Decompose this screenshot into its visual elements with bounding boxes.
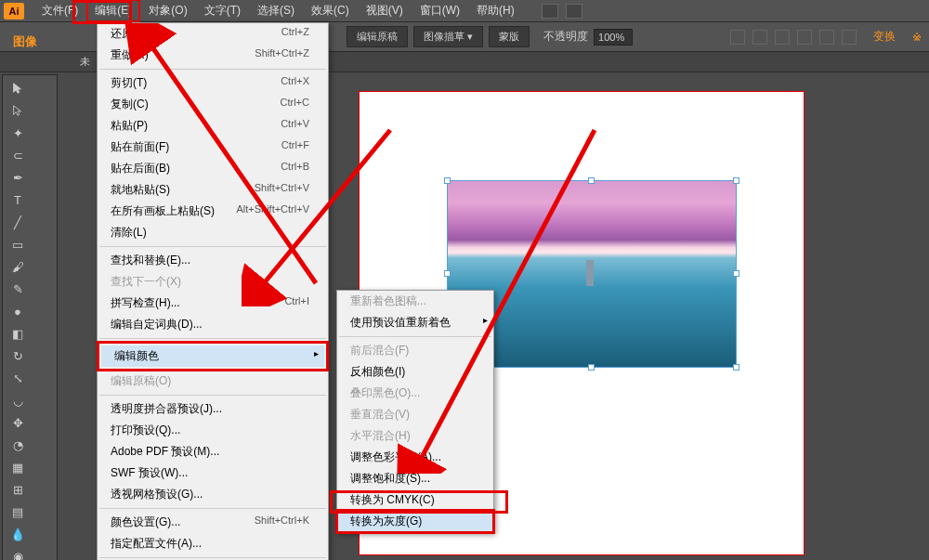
gradient-tool[interactable]: ▤ <box>6 501 30 522</box>
lasso-tool[interactable]: ⊂ <box>6 145 30 165</box>
resize-handle[interactable] <box>588 177 595 184</box>
toolbar-icon[interactable] <box>542 4 558 19</box>
type-tool[interactable]: T <box>6 189 30 210</box>
blob-tool[interactable]: ● <box>6 301 30 321</box>
submenu-item: 水平混合(H) <box>337 425 493 447</box>
menu-item[interactable]: 拼写检查(H)...Ctrl+I <box>98 293 328 314</box>
opacity-input[interactable] <box>594 29 633 46</box>
menu-item[interactable]: 透明度拼合器预设(J)... <box>98 398 328 420</box>
menu-help[interactable]: 帮助(H) <box>468 0 523 22</box>
menu-object[interactable]: 对象(O) <box>140 0 195 22</box>
menu-file[interactable]: 文件(F) <box>33 0 86 22</box>
pen-tool[interactable]: ✒ <box>6 167 30 188</box>
menu-view[interactable]: 视图(V) <box>358 0 412 22</box>
menu-item[interactable]: 贴在后面(B)Ctrl+B <box>98 158 328 179</box>
submenu-item: 垂直混合(V) <box>337 404 493 425</box>
direct-selection-tool[interactable] <box>6 100 30 121</box>
perspective-tool[interactable]: ▦ <box>6 457 30 477</box>
edit-original-button[interactable]: 编辑原稿 <box>347 26 408 47</box>
menu-item: 查找下一个(X) <box>98 271 328 293</box>
mask-button[interactable]: 蒙版 <box>489 26 530 47</box>
image-trace-button[interactable]: 图像描草 ▾ <box>413 26 483 47</box>
image-label: 图像 <box>13 33 37 50</box>
menu-item: 编辑原稿(O) <box>98 371 328 392</box>
menu-edit[interactable]: 编辑(E) <box>86 0 140 22</box>
resize-handle[interactable] <box>733 177 739 184</box>
resize-handle[interactable] <box>444 177 451 184</box>
submenu-item[interactable]: 转换为灰度(G) <box>337 511 493 532</box>
align-icon[interactable] <box>752 30 767 45</box>
brush-tool[interactable]: 🖌 <box>6 256 30 277</box>
menu-item[interactable]: 贴在前面(F)Ctrl+F <box>98 137 328 158</box>
submenu-item[interactable]: 使用预设值重新着色 <box>337 312 493 333</box>
rectangle-tool[interactable]: ▭ <box>6 234 30 254</box>
document-tab[interactable]: 未 <box>72 52 98 72</box>
align-icon[interactable] <box>730 30 745 45</box>
edit-color-submenu: 重新着色图稿...使用预设值重新着色前后混合(F)反相颜色(I)叠印黑色(O).… <box>336 290 494 533</box>
menu-item[interactable]: 查找和替换(E)... <box>98 250 328 271</box>
submenu-item: 重新着色图稿... <box>337 291 493 312</box>
eraser-tool[interactable]: ◧ <box>6 323 30 344</box>
menu-item[interactable]: Adobe PDF 预设(M)... <box>98 441 328 462</box>
menu-item[interactable]: 就地粘贴(S)Shift+Ctrl+V <box>98 179 328 201</box>
submenu-item[interactable]: 调整饱和度(S)... <box>337 468 493 489</box>
menu-item[interactable]: 在所有画板上粘贴(S)Alt+Shift+Ctrl+V <box>98 201 328 222</box>
menu-item[interactable]: SWF 预设(W)... <box>98 462 328 484</box>
align-icon[interactable] <box>775 30 790 45</box>
resize-handle[interactable] <box>588 364 595 371</box>
menu-item[interactable]: 颜色设置(G)...Shift+Ctrl+K <box>98 512 328 533</box>
menu-item[interactable]: 清除(L) <box>98 222 328 243</box>
pencil-tool[interactable]: ✎ <box>6 279 30 299</box>
rotate-tool[interactable]: ↻ <box>6 345 30 366</box>
transform-link[interactable]: 变换 <box>873 29 896 45</box>
magic-wand-tool[interactable]: ✦ <box>6 123 30 143</box>
mesh-tool[interactable]: ⊞ <box>6 479 30 500</box>
menu-select[interactable]: 选择(S) <box>249 0 303 22</box>
menu-item[interactable]: 透视网格预设(G)... <box>98 484 328 505</box>
selection-tool[interactable] <box>6 78 30 98</box>
free-transform-tool[interactable]: ✥ <box>6 412 30 433</box>
menu-item[interactable]: 复制(C)Ctrl+C <box>98 94 328 115</box>
resize-handle[interactable] <box>444 270 451 277</box>
menu-type[interactable]: 文字(T) <box>196 0 249 22</box>
menu-item[interactable]: 还原(U)Ctrl+Z <box>98 23 328 45</box>
scale-tool[interactable]: ⤡ <box>6 368 30 388</box>
width-tool[interactable]: ◡ <box>6 390 30 410</box>
resize-handle[interactable] <box>733 364 739 371</box>
opacity-label: 不透明度 <box>543 29 588 45</box>
accent-icon[interactable]: ※ <box>912 31 922 44</box>
edit-menu-dropdown: 还原(U)Ctrl+Z重做(R)Shift+Ctrl+Z剪切(T)Ctrl+X复… <box>97 22 329 560</box>
menu-item[interactable]: 粘贴(P)Ctrl+V <box>98 115 328 137</box>
highlight-box: 编辑颜色 <box>97 341 329 371</box>
resize-handle[interactable] <box>733 270 739 277</box>
submenu-item: 叠印黑色(O)... <box>337 383 493 404</box>
blend-tool[interactable]: ◉ <box>6 546 30 560</box>
submenu-item[interactable]: 转换为 CMYK(C) <box>337 489 493 511</box>
align-icon[interactable] <box>842 30 857 45</box>
menu-window[interactable]: 窗口(W) <box>412 0 468 22</box>
menu-item[interactable]: 编辑颜色 <box>101 345 324 367</box>
menu-item[interactable]: 打印预设(Q)... <box>98 420 328 441</box>
shaper-tool[interactable]: ◔ <box>6 435 30 455</box>
align-icon[interactable] <box>797 30 812 45</box>
menu-effect[interactable]: 效果(C) <box>303 0 358 22</box>
eyedropper-tool[interactable]: 💧 <box>6 524 30 544</box>
menu-item[interactable]: 指定配置文件(A)... <box>98 533 328 554</box>
app-logo: Ai <box>4 3 24 20</box>
tools-panel: ✦ ⊂ ✒ T ╱ ▭ 🖌 ✎ ● ◧ ↻ ⤡ ◡ ✥ ◔ ▦ ⊞ ▤ 💧 ◉ … <box>2 74 58 560</box>
toolbar-icon[interactable] <box>566 4 582 19</box>
menu-item[interactable]: 编辑自定词典(D)... <box>98 314 328 335</box>
submenu-item[interactable]: 调整色彩平衡(A)... <box>337 447 493 468</box>
submenu-item: 前后混合(F) <box>337 340 493 361</box>
menubar: Ai 文件(F) 编辑(E) 对象(O) 文字(T) 选择(S) 效果(C) 视… <box>0 0 929 22</box>
align-icon[interactable] <box>819 30 834 45</box>
menu-item[interactable]: 重做(R)Shift+Ctrl+Z <box>98 45 328 66</box>
menu-item[interactable]: 剪切(T)Ctrl+X <box>98 72 328 94</box>
line-tool[interactable]: ╱ <box>6 212 30 232</box>
submenu-item[interactable]: 反相颜色(I) <box>337 361 493 383</box>
